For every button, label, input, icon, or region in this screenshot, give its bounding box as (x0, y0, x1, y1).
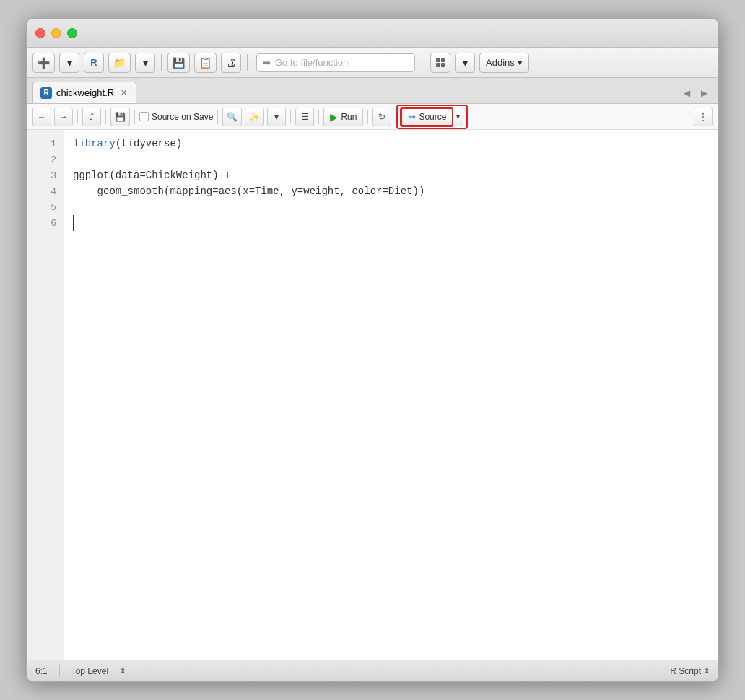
titlebar (27, 19, 718, 48)
scope-label: Top Level (71, 666, 108, 676)
code-ggplot: ggplot(data=ChickWeight) + (73, 167, 230, 183)
r-new-button[interactable]: R (84, 53, 104, 73)
source-arrow-icon: ↪ (408, 111, 416, 122)
filetype-label: R Script (670, 666, 701, 676)
grid-icon (436, 58, 445, 67)
et-sep-6 (318, 110, 319, 124)
r-file-icon: R (40, 87, 52, 99)
et-sep-5 (290, 110, 291, 124)
rerun-button[interactable]: ↻ (372, 108, 391, 126)
et-sep-2 (105, 110, 106, 124)
code-line-4: geom_smooth(mapping=aes(x=Time, y=weight… (73, 183, 710, 199)
main-toolbar: ➕ ▾ R 📁 ▾ 💾 📋 🖨 ➡ Go to file/function ▾ … (27, 48, 718, 78)
minimize-button[interactable] (51, 28, 61, 38)
tab-label: chickweight.R (56, 87, 114, 98)
filetype-chevron-icon: ⇕ (704, 667, 710, 675)
window-controls (35, 28, 77, 38)
source-dropdown-button[interactable]: ▾ (453, 108, 463, 126)
source-button[interactable]: ↪ Source (401, 108, 453, 126)
close-button[interactable] (35, 28, 45, 38)
line-num-6: 6 (27, 215, 64, 231)
run-button[interactable]: ▶ Run (323, 108, 363, 126)
search-button[interactable]: 🔍 (222, 108, 242, 126)
save-button[interactable]: 💾 (167, 53, 190, 73)
jump-button[interactable]: ⤴ (82, 108, 101, 126)
code-cursor (73, 215, 80, 231)
status-right: R Script ⇕ (670, 666, 710, 676)
line-num-3: 3 (27, 167, 64, 183)
undo-button[interactable]: ← (32, 108, 51, 126)
grid-dropdown[interactable]: ▾ (455, 53, 475, 73)
tab-scroll-right[interactable]: ▶ (695, 83, 713, 103)
addins-button[interactable]: Addins ▾ (479, 53, 529, 73)
et-sep-1 (77, 110, 78, 124)
source-on-save-label: Source on Save (152, 112, 213, 122)
code-line-1: library(tidyverse) (73, 136, 710, 152)
redo-button[interactable]: → (54, 108, 73, 126)
save-all-button[interactable]: 📋 (194, 53, 217, 73)
scope-chevron-icon: ⇕ (120, 667, 126, 675)
et-sep-4 (217, 110, 218, 124)
grid-button[interactable] (430, 53, 450, 73)
editor-area: 1 2 3 4 5 6 library(tidyverse) ggplot(da… (27, 130, 718, 660)
source-label: Source (419, 112, 446, 122)
open-button[interactable]: 📁 (108, 53, 131, 73)
source-on-save-row: Source on Save (139, 112, 213, 122)
magic-button[interactable]: ✨ (245, 108, 264, 126)
et-sep-8 (396, 110, 396, 124)
code-line-5 (73, 199, 710, 215)
goto-placeholder: Go to file/function (275, 57, 348, 68)
code-line-6 (73, 215, 710, 231)
maximize-button[interactable] (67, 28, 77, 38)
code-geom-smooth: geom_smooth(mapping=aes(x=Time, y=weight… (73, 183, 424, 199)
rstudio-window: ➕ ▾ R 📁 ▾ 💾 📋 🖨 ➡ Go to file/function ▾ … (26, 18, 719, 682)
statusbar: 6:1 Top Level ⇕ R Script ⇕ (27, 660, 718, 681)
cursor-position: 6:1 (35, 666, 48, 676)
et-sep-7 (367, 110, 368, 124)
line-num-2: 2 (27, 152, 64, 167)
code-line-2 (73, 152, 710, 167)
separator-1 (161, 54, 162, 71)
status-sep-1 (59, 665, 60, 677)
editor-toolbar: ← → ⤴ 💾 Source on Save 🔍 ✨ ▾ ☰ ▶ Run ↻ ↪ (27, 104, 718, 130)
new-file-dropdown[interactable]: ▾ (59, 53, 79, 73)
goto-field[interactable]: ➡ Go to file/function (256, 53, 415, 72)
source-highlight-area: ↪ Source ▾ (401, 108, 463, 126)
magic-dropdown[interactable]: ▾ (267, 108, 286, 126)
goto-arrow-icon: ➡ (263, 57, 271, 68)
addins-arrow-icon: ▾ (518, 57, 523, 68)
line-num-1: 1 (27, 136, 64, 152)
separator-2 (247, 54, 248, 71)
run-label: Run (341, 112, 357, 122)
source-on-save-checkbox[interactable] (139, 112, 149, 121)
status-left: 6:1 Top Level ⇕ (35, 665, 126, 677)
open-dropdown[interactable]: ▾ (135, 53, 155, 73)
code-library-args: (tidyverse) (116, 136, 182, 152)
et-sep-3 (134, 110, 135, 124)
print-button[interactable]: 🖨 (221, 53, 241, 73)
run-arrow-icon: ▶ (330, 111, 338, 123)
code-line-3: ggplot(data=ChickWeight) + (73, 167, 710, 183)
line-num-4: 4 (27, 183, 64, 199)
tab-close-button[interactable]: ✕ (118, 88, 128, 98)
more-options-button[interactable]: ⋮ (694, 108, 713, 126)
tabbar: R chickweight.R ✕ ◀ ▶ (27, 78, 718, 104)
tab-scroll-left[interactable]: ◀ (678, 83, 695, 103)
new-file-button[interactable]: ➕ (32, 53, 55, 73)
line-numbers: 1 2 3 4 5 6 (27, 130, 64, 660)
code-editor[interactable]: library(tidyverse) ggplot(data=ChickWeig… (64, 130, 718, 660)
lines-button[interactable]: ☰ (295, 108, 314, 126)
addins-label: Addins (486, 57, 515, 68)
save-et-button[interactable]: 💾 (110, 108, 130, 126)
separator-3 (424, 54, 424, 71)
tab-chickweight[interactable]: R chickweight.R ✕ (32, 82, 136, 103)
code-library-kw: library (73, 136, 116, 152)
line-num-5: 5 (27, 199, 64, 215)
